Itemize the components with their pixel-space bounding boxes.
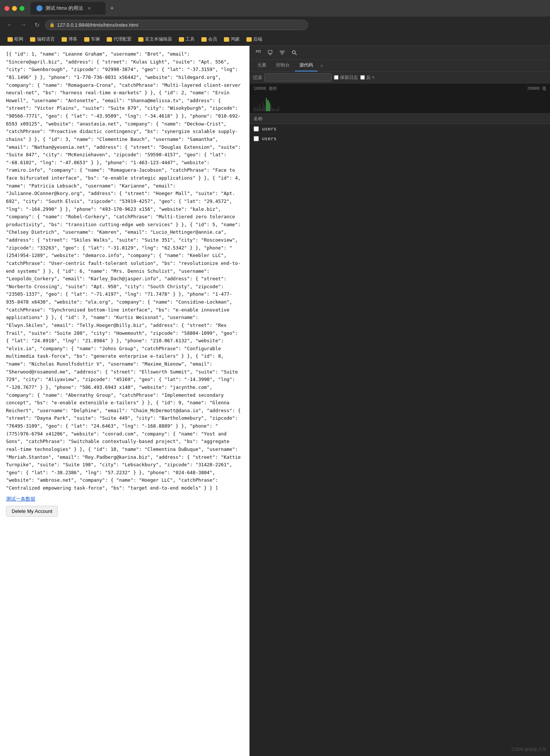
svg-point-0: [38, 6, 41, 10]
tab-close-button[interactable]: ✕: [88, 6, 91, 11]
svg-point-7: [292, 51, 295, 54]
tab-title: 测试 htmx 的用法: [45, 5, 83, 12]
folder-icon: [201, 37, 207, 42]
tab-elements[interactable]: 元素: [253, 60, 271, 71]
refresh-button[interactable]: ↻: [32, 20, 42, 30]
folder-icon: [107, 37, 112, 42]
network-item-checkbox-1[interactable]: [254, 136, 259, 141]
filter-input[interactable]: [264, 73, 332, 82]
back-button[interactable]: ←: [5, 20, 15, 30]
test-link[interactable]: 测试一条数据: [6, 495, 243, 503]
delete-account-button[interactable]: Delete My Account: [6, 506, 58, 517]
folder-icon: [62, 37, 67, 42]
more-tabs-icon[interactable]: »: [318, 61, 325, 71]
folder-icon: [84, 37, 89, 42]
bookmark-anwang[interactable]: 暗网: [5, 35, 26, 44]
bookmark-boke[interactable]: 博客: [59, 35, 80, 44]
bookmark-daili[interactable]: 代理配置: [104, 35, 134, 44]
svg-rect-1: [256, 50, 258, 51]
tab-bar: 测试 htmx 的用法 ✕ +: [30, 2, 545, 15]
folder-icon: [138, 37, 144, 42]
network-list: users users: [250, 124, 550, 756]
invert-checkbox-label: 反々: [360, 74, 375, 81]
search-icon[interactable]: [290, 48, 299, 57]
page-content: [{ "id": 1, "name": "Leanne Graham", "us…: [0, 46, 249, 756]
minimize-traffic-light[interactable]: [12, 6, 17, 11]
name-column-header: 名称: [254, 116, 263, 121]
svg-line-8: [295, 54, 297, 55]
tab-favicon: [36, 5, 42, 11]
browser-toolbar: ← → ↻ 🔒 127.0.0.1:8848/htmls/htmx/index.…: [0, 17, 550, 33]
invert-checkbox[interactable]: [360, 75, 365, 80]
bookmarks-bar: 暗网 编程语言 博客 车辆 代理配置 富文本编辑器 工具 会员: [0, 33, 550, 46]
bookmark-houduаn[interactable]: 后端: [243, 35, 265, 44]
network-item-0[interactable]: users: [250, 124, 550, 134]
new-tab-button[interactable]: +: [107, 3, 117, 14]
filter-label: 过滤: [253, 74, 262, 81]
svg-rect-6: [269, 54, 271, 55]
timeline-area: 10000 毫秒 20000 毫: [250, 83, 550, 113]
browser-titlebar: 测试 htmx 的用法 ✕ +: [0, 0, 550, 17]
forward-button[interactable]: →: [18, 20, 29, 30]
element-picker-icon[interactable]: [254, 48, 263, 57]
folder-icon: [224, 37, 229, 42]
network-column-header: 名称: [250, 113, 550, 124]
url-display: 127.0.0.1:8848/htmls/htmx/index.html: [57, 22, 138, 28]
maximize-traffic-light[interactable]: [20, 6, 24, 11]
network-item-name-1: users: [262, 136, 277, 141]
watermark: CSDN @前端.火鸟: [512, 747, 546, 752]
tab-console[interactable]: 控制台: [272, 60, 294, 71]
timeline-label-1: 10000 毫秒: [254, 86, 277, 91]
devtools-panel: 元素 控制台 源代码 » 过滤 保留日志 反々: [249, 46, 550, 756]
timeline-label-2: 20000 毫: [527, 86, 546, 91]
devtools-tabs: 元素 控制台 源代码 »: [250, 60, 550, 72]
network-item-name-0: users: [262, 126, 277, 132]
close-traffic-light[interactable]: [5, 6, 9, 11]
devtools-toolbar: [250, 46, 550, 60]
folder-icon: [179, 37, 184, 42]
svg-rect-5: [268, 50, 272, 53]
bookmark-chexiang[interactable]: 车辆: [81, 35, 103, 44]
devtools-filter-bar: 过滤 保留日志 反々: [250, 72, 550, 83]
bookmark-biancheng[interactable]: 编程语言: [27, 35, 58, 44]
svg-rect-4: [258, 50, 260, 52]
folder-icon: [30, 37, 35, 42]
bookmark-gongju[interactable]: 工具: [176, 35, 198, 44]
json-data-display: [{ "id": 1, "name": "Leanne Graham", "us…: [6, 50, 243, 492]
main-layout: [{ "id": 1, "name": "Leanne Graham", "us…: [0, 46, 550, 756]
tab-sources[interactable]: 源代码: [295, 60, 317, 71]
bookmark-hongmeng[interactable]: 鸿蒙: [221, 35, 243, 44]
filter-icon[interactable]: [278, 48, 287, 57]
traffic-lights: [5, 6, 24, 11]
network-item-checkbox-0[interactable]: [254, 126, 259, 132]
device-toolbar-icon[interactable]: [266, 48, 275, 57]
address-bar[interactable]: 🔒 127.0.0.1:8848/htmls/htmx/index.html: [45, 20, 308, 30]
network-item-1[interactable]: users: [250, 134, 550, 144]
folder-icon: [246, 37, 252, 42]
bookmark-fuwenben[interactable]: 富文本编辑器: [135, 35, 175, 44]
preserve-log-checkbox-label: 保留日志: [334, 74, 358, 81]
preserve-log-checkbox[interactable]: [334, 75, 338, 80]
svg-rect-3: [256, 52, 257, 52]
bookmark-huiyuan[interactable]: 会员: [198, 35, 220, 44]
svg-rect-2: [256, 51, 258, 51]
folder-icon: [8, 37, 13, 42]
active-tab[interactable]: 测试 htmx 的用法 ✕: [30, 2, 106, 15]
lock-icon: 🔒: [49, 22, 55, 27]
browser-chrome: 测试 htmx 的用法 ✕ + ← → ↻ 🔒 127.0.0.1:8848/h…: [0, 0, 550, 46]
